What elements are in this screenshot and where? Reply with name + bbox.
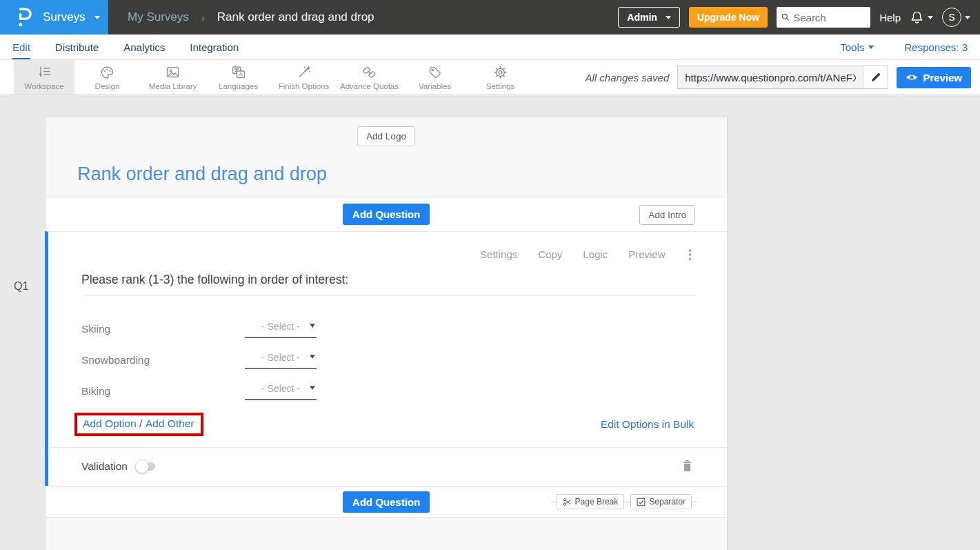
survey-url-input[interactable] bbox=[678, 72, 863, 84]
rank-row-label[interactable]: Biking bbox=[81, 385, 245, 397]
question-card: Q1 Settings Copy Logic Preview Please ra… bbox=[45, 231, 728, 486]
link-divider: / bbox=[139, 418, 142, 429]
footer-buttons: Page Break Separator bbox=[550, 494, 698, 509]
workspace-icon bbox=[37, 65, 52, 80]
add-intro-button[interactable]: Add Intro bbox=[639, 205, 695, 225]
rank-row: Skiing - Select - bbox=[81, 314, 694, 345]
edit-url-button[interactable] bbox=[863, 66, 888, 88]
add-question-button-bottom[interactable]: Add Question bbox=[343, 491, 430, 513]
rank-select-value: - Select - bbox=[261, 321, 300, 332]
image-icon bbox=[165, 65, 181, 80]
tab-analytics[interactable]: Analytics bbox=[123, 35, 165, 59]
question-more-menu-icon[interactable] bbox=[686, 248, 694, 262]
separator-button[interactable]: Separator bbox=[630, 494, 692, 509]
add-question-button-top[interactable]: Add Question bbox=[343, 204, 430, 225]
help-link[interactable]: Help bbox=[879, 12, 901, 23]
edit-options-in-bulk-link[interactable]: Edit Options in Bulk bbox=[601, 418, 694, 431]
toolbar-item-label: Finish Options bbox=[279, 82, 330, 90]
nav-right: Tools Responses: 3 bbox=[840, 35, 980, 59]
add-other-link[interactable]: Add Other bbox=[146, 418, 194, 429]
page-break-button[interactable]: Page Break bbox=[557, 494, 625, 509]
rank-select[interactable]: - Select - bbox=[245, 320, 317, 338]
tab-edit[interactable]: Edit bbox=[12, 35, 30, 59]
tools-dropdown[interactable]: Tools bbox=[840, 41, 874, 53]
rank-select[interactable]: - Select - bbox=[245, 382, 317, 400]
toolbar-item-workspace[interactable]: Workspace bbox=[14, 60, 74, 95]
rank-row: Snowboarding - Select - bbox=[81, 345, 694, 376]
rank-row-label[interactable]: Skiing bbox=[81, 323, 245, 335]
product-menu[interactable]: Surveys bbox=[0, 0, 108, 35]
question-logic-link[interactable]: Logic bbox=[583, 248, 608, 260]
delete-question-button[interactable] bbox=[681, 458, 694, 475]
rank-rows: Skiing - Select - Snowboarding - Select … bbox=[81, 314, 694, 407]
toolbar-item-media-library[interactable]: Media Library bbox=[140, 60, 206, 95]
chevron-down-icon bbox=[310, 386, 315, 390]
questionpro-logo bbox=[15, 7, 33, 28]
toolbar-item-languages[interactable]: A Languages bbox=[206, 60, 271, 95]
toggle-knob bbox=[135, 460, 149, 473]
toolbar-item-settings[interactable]: Settings bbox=[468, 60, 533, 95]
add-option-link[interactable]: Add Option bbox=[83, 418, 137, 429]
option-actions-row: Add Option / Add Other Edit Options in B… bbox=[81, 413, 694, 436]
question-settings-link[interactable]: Settings bbox=[480, 248, 517, 260]
chain-link-icon bbox=[361, 65, 377, 80]
toolbar-right: All changes saved Preview bbox=[586, 60, 980, 95]
page-break-label: Page Break bbox=[575, 497, 619, 507]
toolbar-item-advance-quotas[interactable]: Advance Quotas bbox=[337, 60, 402, 95]
chevron-down-icon bbox=[94, 16, 100, 19]
breadcrumb: My Surveys › Rank order and drag and dro… bbox=[128, 10, 374, 24]
toolbar-item-finish-options[interactable]: Finish Options bbox=[271, 60, 337, 95]
account-menu[interactable]: S bbox=[942, 8, 970, 27]
validation-toggle[interactable] bbox=[137, 462, 155, 471]
toolbar-item-variables[interactable]: Variables bbox=[402, 60, 468, 95]
avatar: S bbox=[942, 8, 961, 27]
validation-label: Validation bbox=[81, 460, 128, 473]
tag-icon bbox=[427, 65, 443, 80]
eye-icon bbox=[906, 73, 918, 81]
search-input[interactable] bbox=[793, 12, 866, 23]
question-text[interactable]: Please rank (1-3) the following in order… bbox=[81, 273, 694, 287]
toolbar-item-label: Variables bbox=[419, 82, 451, 90]
preview-button-label: Preview bbox=[923, 72, 962, 84]
chevron-down-icon bbox=[666, 16, 671, 19]
rank-row-label[interactable]: Snowboarding bbox=[81, 354, 245, 366]
tab-integration[interactable]: Integration bbox=[190, 35, 239, 59]
toolbar-item-label: Media Library bbox=[149, 82, 197, 90]
upgrade-now-button[interactable]: Upgrade Now bbox=[689, 7, 768, 28]
breadcrumb-my-surveys[interactable]: My Surveys bbox=[128, 10, 189, 24]
next-section-preview bbox=[45, 518, 728, 550]
question-number: Q1 bbox=[14, 280, 28, 293]
admin-dropdown-label: Admin bbox=[627, 12, 657, 23]
rank-select[interactable]: - Select - bbox=[245, 351, 317, 369]
trash-icon bbox=[682, 460, 692, 472]
chevron-down-icon bbox=[868, 46, 874, 49]
question-toolbar: Settings Copy Logic Preview bbox=[81, 232, 694, 262]
toolbar-item-label: Design bbox=[95, 82, 120, 90]
product-menu-label: Surveys bbox=[43, 10, 85, 24]
preview-button[interactable]: Preview bbox=[897, 67, 971, 88]
responses-count[interactable]: Responses: 3 bbox=[904, 41, 968, 53]
divider bbox=[692, 502, 698, 502]
question-preview-link[interactable]: Preview bbox=[628, 248, 665, 260]
editor-toolbar: Workspace Design Media Library A Languag… bbox=[0, 60, 980, 95]
toolbar-item-label: Advance Quotas bbox=[340, 82, 399, 90]
chevron-down-icon bbox=[965, 16, 970, 19]
validation-left: Validation bbox=[81, 460, 162, 473]
search-box[interactable] bbox=[777, 7, 870, 28]
survey-canvas: Add Logo Rank order and drag and drop Ad… bbox=[0, 95, 980, 550]
add-logo-button[interactable]: Add Logo bbox=[357, 126, 415, 146]
notifications-menu[interactable] bbox=[910, 10, 933, 25]
question-copy-link[interactable]: Copy bbox=[538, 248, 562, 260]
checkbox-checked-icon bbox=[637, 498, 646, 507]
tab-distribute[interactable]: Distribute bbox=[55, 35, 99, 59]
separator-label: Separator bbox=[649, 497, 686, 507]
toolbar-item-label: Languages bbox=[219, 82, 258, 90]
annotation-highlight-box: Add Option / Add Other bbox=[74, 413, 203, 436]
survey-title[interactable]: Rank order and drag and drop bbox=[77, 164, 327, 185]
admin-dropdown[interactable]: Admin bbox=[618, 7, 680, 28]
search-icon bbox=[781, 12, 790, 22]
pencil-icon bbox=[870, 72, 881, 83]
rank-select-value: - Select - bbox=[261, 352, 300, 363]
survey-column: Add Logo Rank order and drag and drop Ad… bbox=[45, 117, 728, 550]
toolbar-item-design[interactable]: Design bbox=[74, 60, 140, 95]
